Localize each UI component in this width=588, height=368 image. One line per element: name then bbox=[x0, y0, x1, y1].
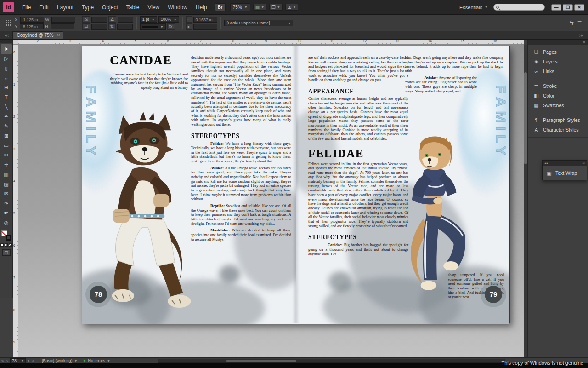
text-wrap-panel-button[interactable]: ▣ Text Wrap bbox=[542, 166, 587, 180]
previous-page-button[interactable]: ‹ bbox=[5, 358, 9, 363]
document-tab[interactable]: Copy.indd @ 75% × bbox=[12, 31, 63, 39]
last-page-button[interactable]: » bbox=[31, 358, 36, 363]
pencil-tool[interactable]: ✎ bbox=[1, 121, 12, 131]
note-tool[interactable]: ✉ bbox=[1, 189, 12, 199]
view-options-dropdown-2[interactable]: ❒▼ bbox=[269, 4, 283, 11]
panel-character-styles[interactable]: ACharacter Styles bbox=[528, 125, 588, 134]
direct-selection-tool[interactable]: ▷ bbox=[1, 54, 12, 63]
pen-tool[interactable]: ✒ bbox=[1, 112, 12, 121]
hand-tool[interactable]: ☛ bbox=[1, 208, 12, 218]
y-field[interactable]: -8.125 in bbox=[20, 23, 44, 29]
zoom-tool[interactable]: ◎ bbox=[1, 218, 12, 228]
gradient-feather-tool[interactable]: ▨ bbox=[1, 179, 12, 189]
bridge-button[interactable]: Br bbox=[215, 3, 226, 11]
horizontal-scrollbar[interactable] bbox=[158, 359, 505, 363]
preflight-profile-dropdown[interactable]: [Basic] (working) ▼ bbox=[42, 358, 77, 363]
menu-edit[interactable]: Edit bbox=[35, 0, 53, 15]
w-field[interactable] bbox=[51, 17, 75, 23]
stroke-swatch[interactable] bbox=[6, 235, 11, 241]
menu-type[interactable]: Type bbox=[78, 0, 98, 15]
workspace-switcher[interactable]: Essentials ▼ bbox=[459, 5, 488, 10]
apply-color-button[interactable] bbox=[0, 243, 4, 247]
preflight-status[interactable]: No errors ▼ bbox=[83, 358, 110, 363]
rectangle-frame-tool[interactable]: ⊠ bbox=[1, 131, 12, 141]
flip-vertical-icon[interactable]: ⇅ bbox=[108, 23, 116, 30]
reference-point-proxy[interactable] bbox=[6, 20, 12, 26]
type-tool[interactable]: T bbox=[1, 92, 12, 102]
corner-options-icon[interactable]: ⌐ bbox=[186, 16, 192, 23]
panel-color[interactable]: ◧Color bbox=[528, 91, 588, 100]
flip-horizontal-icon[interactable]: ⇄ bbox=[82, 23, 90, 30]
horizontal-ruler[interactable]: 2345678910111213141516 bbox=[18, 40, 524, 45]
menu-help[interactable]: Help bbox=[192, 0, 211, 15]
scale-x-field[interactable] bbox=[91, 17, 107, 23]
maximize-button[interactable]: ❒ bbox=[563, 4, 573, 11]
vertical-scrollbar-thumb[interactable] bbox=[524, 72, 527, 164]
rotation-field[interactable] bbox=[118, 17, 133, 23]
view-options-dropdown-1[interactable]: ▥▼ bbox=[253, 4, 266, 11]
panel-paragraph-styles[interactable]: ¶Paragraph Styles bbox=[528, 115, 588, 125]
dock-collapse-icon[interactable]: ≫ bbox=[575, 33, 588, 39]
quick-apply-icon[interactable]: ϟ bbox=[570, 19, 573, 27]
close-button[interactable]: ✕ bbox=[574, 4, 584, 11]
apply-none-button[interactable] bbox=[9, 243, 12, 247]
eyedropper-tool[interactable]: ✑ bbox=[1, 199, 12, 208]
horizontal-scrollbar-thumb[interactable] bbox=[226, 360, 296, 362]
dock-collapse-bar[interactable]: » bbox=[528, 40, 588, 45]
page-tool[interactable]: ▯ bbox=[1, 63, 12, 73]
apply-gradient-button[interactable] bbox=[5, 243, 8, 247]
free-transform-tool[interactable]: ✛ bbox=[1, 160, 12, 170]
pasteboard-canvas[interactable]: FAMILY CANIDAE Canines were the first fa… bbox=[18, 45, 524, 357]
page-number-field[interactable]: 78 ▼ bbox=[10, 358, 26, 363]
tab-close-icon[interactable]: × bbox=[57, 33, 60, 38]
corner-shape-icon[interactable]: ▸ bbox=[186, 23, 192, 30]
panel-menu-icon[interactable]: ≡ bbox=[577, 19, 582, 27]
h-field[interactable] bbox=[51, 23, 74, 29]
menu-view[interactable]: View bbox=[143, 0, 164, 15]
panel-dock-icon[interactable]: ◂◂ bbox=[544, 161, 548, 165]
selection-tool[interactable]: ➤ bbox=[1, 44, 12, 54]
opacity-dropdown[interactable]: 100%▼ bbox=[158, 16, 179, 23]
page-79[interactable]: FAMILY bbox=[296, 46, 509, 324]
menu-file[interactable]: File bbox=[18, 0, 35, 15]
menu-layout[interactable]: Layout bbox=[53, 0, 78, 15]
screen-mode-button[interactable]: ▢ bbox=[2, 249, 11, 256]
next-page-button[interactable]: › bbox=[27, 358, 31, 363]
content-collector-tool[interactable]: ⊞ bbox=[1, 83, 12, 92]
search-box[interactable] bbox=[493, 4, 545, 11]
line-tool[interactable]: ╲ bbox=[1, 102, 12, 112]
tab-overflow-icon[interactable]: ≪ bbox=[0, 33, 12, 39]
menu-object[interactable]: Object bbox=[98, 0, 122, 15]
panel-close-icon[interactable]: × bbox=[582, 161, 585, 165]
view-options-dropdown-3[interactable]: ⊞▼ bbox=[285, 4, 298, 11]
text-wrap-panel-header[interactable]: ◂◂ × bbox=[542, 160, 587, 166]
rectangle-tool[interactable]: ▭ bbox=[1, 141, 12, 150]
stroke-weight-dropdown[interactable]: 1 pt▼ bbox=[140, 16, 157, 23]
corner-shape-field[interactable] bbox=[193, 24, 217, 30]
shear-field[interactable] bbox=[117, 24, 133, 30]
search-input[interactable] bbox=[501, 5, 540, 10]
object-style-dropdown[interactable]: [Basic Graphics Frame] ▼ bbox=[224, 20, 293, 26]
panel-layers[interactable]: ◈Layers bbox=[528, 57, 588, 66]
scale-icon[interactable]: ⇲ bbox=[82, 16, 90, 23]
collapse-dock-icon[interactable]: » bbox=[583, 40, 585, 44]
stroke-type-dropdown[interactable]: ▼ bbox=[140, 23, 166, 30]
panel-links[interactable]: ∞Links bbox=[528, 66, 588, 76]
ruler-origin-corner[interactable] bbox=[13, 40, 18, 45]
panel-swatches[interactable]: ▦Swatches bbox=[528, 100, 588, 110]
scissors-tool[interactable]: ✂ bbox=[1, 150, 12, 160]
gradient-tool[interactable]: ▥ bbox=[1, 170, 12, 179]
zoom-level-dropdown[interactable]: 75% ▼ bbox=[230, 3, 250, 11]
menu-table[interactable]: Table bbox=[122, 0, 144, 15]
gap-tool[interactable]: ↔ bbox=[1, 73, 12, 83]
menu-window[interactable]: Window bbox=[164, 0, 192, 15]
rotate-icon[interactable]: ∠ bbox=[108, 16, 116, 23]
corner-radius-field[interactable]: 0.1667 in bbox=[193, 17, 217, 23]
x-field[interactable]: -1.125 in bbox=[20, 17, 44, 23]
panel-stroke[interactable]: ☰Stroke bbox=[528, 81, 588, 91]
vertical-scrollbar[interactable] bbox=[524, 45, 527, 357]
page-78[interactable]: FAMILY CANIDAE Canines were the first fa… bbox=[82, 46, 296, 324]
vertical-ruler[interactable]: 0123456789 bbox=[13, 45, 18, 357]
scale-y-field[interactable] bbox=[91, 24, 107, 30]
minimize-button[interactable]: — bbox=[551, 4, 561, 11]
